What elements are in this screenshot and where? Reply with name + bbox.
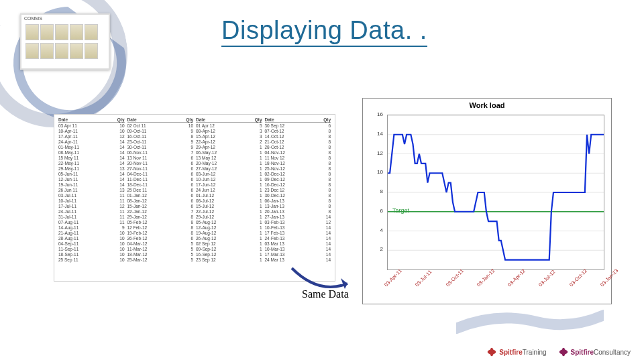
table-row: 13 May 121 <box>196 156 262 161</box>
table-row: 10-Jul-1111 <box>58 198 125 204</box>
y-tick: 2 <box>363 246 383 252</box>
table-row: 19-Jun-1114 <box>58 182 125 188</box>
table-row: 12-Aug-121 <box>196 225 262 231</box>
table-row: 27-Jan-1314 <box>265 215 331 220</box>
table-row: 25-Nov-128 <box>265 166 331 172</box>
table-row: 23 Dec 128 <box>265 188 331 193</box>
table-row: 24 Mar 1314 <box>265 257 331 263</box>
comms-board-icon: COMMS <box>20 13 110 70</box>
x-tick: 03-Apr-12 <box>506 267 527 288</box>
table-row: 05-Jun-1114 <box>58 172 125 177</box>
table-row: 17-Apr-1112 <box>58 134 125 139</box>
table-row: 26 Jun 1113 <box>58 188 125 193</box>
table-row: 15-Apr-123 <box>196 134 262 139</box>
table-row: 26-Aug-121 <box>196 236 262 241</box>
table-row: 18-Nov-128 <box>265 161 331 166</box>
workload-chart: Work load 03-Apr-1103-Jul-1103-Oct-1103-… <box>362 98 612 304</box>
table-row: 12-Jun-1114 <box>58 177 125 182</box>
x-tick: 03-Oct-12 <box>568 267 588 288</box>
table-row: 16-Dec-128 <box>265 182 331 188</box>
table-row: 14-Aug-119 <box>58 225 125 231</box>
table-row: 27-May-121 <box>196 166 262 172</box>
table-row: 21-Aug-1110 <box>58 231 125 236</box>
table-row: 22-May-1114 <box>58 161 125 166</box>
table-row: 02-Dec-128 <box>265 172 331 177</box>
table-row: 11-Dec-116 <box>127 177 194 182</box>
table-row: 04-Mar-125 <box>127 241 194 247</box>
table-row: 17-Jun-121 <box>196 182 262 188</box>
table-row: 24 Jun 121 <box>196 188 262 193</box>
table-row: 05-Feb-128 <box>127 220 194 225</box>
y-tick: 12 <box>363 150 383 156</box>
x-tick: 03-Jul-12 <box>537 269 556 288</box>
table-row: 19-Feb-128 <box>127 231 194 236</box>
table-row: 24-Jul-1111 <box>58 209 125 215</box>
y-tick: 14 <box>363 131 383 137</box>
table-row: 13-Jan-138 <box>265 204 331 209</box>
table-row: 12 Feb-128 <box>127 225 194 231</box>
table-row: 25 Sep 1110 <box>58 257 125 263</box>
table-row: 16-Sep-121 <box>196 252 262 257</box>
table-row: 14-Oct-128 <box>265 134 331 139</box>
table-row: 13 Nov 116 <box>127 156 194 161</box>
table-row: 03-Feb-1312 <box>265 220 331 225</box>
table-row: 30 Sep 126 <box>265 123 331 129</box>
same-data-label: Same Data <box>302 288 349 300</box>
table-row: 11-Sep-1110 <box>58 247 125 252</box>
x-tick: 03-Jan-13 <box>599 267 619 288</box>
spitfire-consultancy-logo: SpitfireConsultancy <box>559 347 631 357</box>
y-tick: 16 <box>363 111 383 117</box>
table-row: 15-Jul-121 <box>196 204 262 209</box>
table-row: 09-Sep-121 <box>196 247 262 252</box>
table-row: 22-Apr-122 <box>196 139 262 145</box>
table-row: 03 Apr 1110 <box>58 123 125 129</box>
table-row: 10-Jun-121 <box>196 177 262 182</box>
table-row: 03-Jun-121 <box>196 172 262 177</box>
svg-point-10 <box>490 348 494 357</box>
table-row: 07-Oct-128 <box>265 129 331 134</box>
table-row: 09-Oct-119 <box>127 129 194 134</box>
data-table: DateQty03 Apr 111010-Apr-111017-Apr-1112… <box>54 114 335 282</box>
table-row: 15-Jan-126 <box>127 204 194 209</box>
table-row: 01-May-1114 <box>58 145 125 150</box>
table-row: 06-Nov-117 <box>127 150 194 156</box>
y-tick: 10 <box>363 169 383 175</box>
table-row: 16-Oct-118 <box>127 134 194 139</box>
table-row: 25-Mar-125 <box>127 257 194 263</box>
table-row: 18-Dec-116 <box>127 182 194 188</box>
table-row: 28-Aug-1110 <box>58 236 125 241</box>
table-row: 29-May-1113 <box>58 166 125 172</box>
table-row: 22-Jul-121 <box>196 209 262 215</box>
table-row: 11 Nov 128 <box>265 156 331 161</box>
x-tick: 03-Apr-11 <box>383 267 403 288</box>
table-row: 15 May 1114 <box>58 156 125 161</box>
table-row: 02 Oct 1110 <box>127 123 194 129</box>
table-row: 24-Feb-1314 <box>265 236 331 241</box>
table-row: 29-Apr-121 <box>196 145 262 150</box>
table-row: 01-Jan-126 <box>127 193 194 198</box>
table-row: 25 Dec 116 <box>127 188 194 193</box>
table-row: 29-Jan-128 <box>127 215 194 220</box>
plane-icon <box>559 347 568 357</box>
x-tick: 03-Jul-11 <box>414 269 433 288</box>
table-row: 20-Jan-138 <box>265 209 331 215</box>
table-row: 21-Oct-128 <box>265 139 331 145</box>
table-row: 26-Feb-126 <box>127 236 194 241</box>
table-row: 24-Apr-1114 <box>58 139 125 145</box>
table-row: 10-Feb-1314 <box>265 225 331 231</box>
table-row: 08-Jul-121 <box>196 198 262 204</box>
table-row: 08-May-1114 <box>58 150 125 156</box>
table-row: 10-Apr-1110 <box>58 129 125 134</box>
table-row: 30-Oct-119 <box>127 145 194 150</box>
table-row: 06-Jan-138 <box>265 198 331 204</box>
table-row: 06-May-121 <box>196 150 262 156</box>
table-row: 22-Jan-127 <box>127 209 194 215</box>
table-row: 30-Dec-128 <box>265 193 331 198</box>
table-row: 17-Jul-1112 <box>58 204 125 209</box>
x-tick: 03-Oct-11 <box>445 267 465 288</box>
table-row: 17 Feb-1314 <box>265 231 331 236</box>
table-row: 07-Aug-1111 <box>58 220 125 225</box>
slide-title: Displaying Data. . <box>221 16 427 45</box>
table-row: 03-Jul-1111 <box>58 193 125 198</box>
table-row: 27-Nov-116 <box>127 166 194 172</box>
